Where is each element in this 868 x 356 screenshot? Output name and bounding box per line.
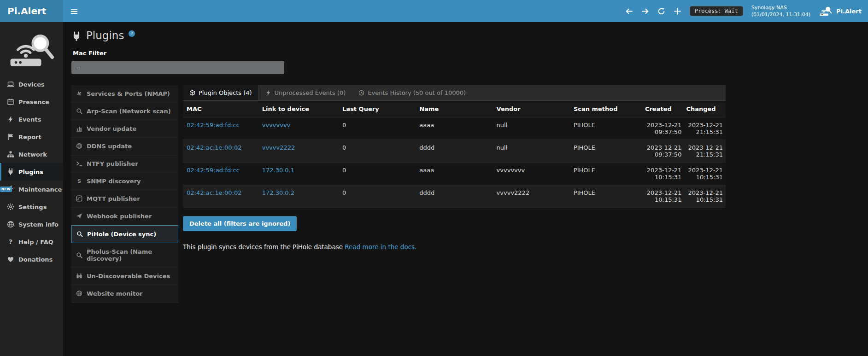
sidebar-menu: Devices Presence Events Report Network P… — [0, 76, 63, 268]
cell-changed: 2023-12-21 21:15:31 — [684, 140, 726, 162]
device-link[interactable]: vvvvvvvv — [262, 122, 291, 128]
cell-changed: 2023-12-21 21:15:31 — [684, 117, 726, 140]
sidebar-item-settings[interactable]: Settings — [0, 198, 63, 216]
globe-icon — [7, 221, 14, 228]
calendar-icon — [7, 98, 14, 105]
plugin-description-text: This plugin syncs devices from the PiHol… — [183, 243, 343, 251]
cube-icon — [189, 90, 195, 96]
sidebar: Devices Presence Events Report Network P… — [0, 22, 63, 356]
page-header: Plugins ? — [71, 29, 859, 42]
tab-unprocessed-events[interactable]: Unprocessed Events (0) — [259, 85, 352, 100]
table-row: 02:42:59:ad:fd:cc 172.30.0.1 0 aaaa vvvv… — [183, 162, 726, 185]
plugin-nav-item-mqtt-publisher[interactable]: MQTT publisher — [71, 190, 178, 208]
plugin-nav-item-ddns-update[interactable]: DDNS update — [71, 138, 178, 155]
topbar-app-identity: Pi.Alert — [819, 5, 862, 17]
sidebar-item-label: Plugins — [18, 169, 43, 175]
tab-label: Unprocessed Events (0) — [275, 89, 346, 96]
sidebar-item-maintenance[interactable]: NEW Maintenance — [0, 181, 63, 198]
plugin-nav-item-arp-scan[interactable]: Arp-Scan (Network scan) — [71, 103, 178, 120]
mac-link[interactable]: 02:42:ac:1e:00:02 — [187, 189, 241, 196]
page-title: Plugins — [86, 29, 124, 42]
cell-created: 2023-12-21 10:15:31 — [643, 185, 685, 207]
mac-link[interactable]: 02:42:59:ad:fd:cc — [187, 122, 240, 128]
pialert-logo — [0, 22, 63, 76]
plugin-nav-label: Webhook publisher — [87, 213, 152, 220]
cell-name: dddd — [416, 185, 493, 207]
plugin-objects-table: MAC Link to device Last Query Name Vendo… — [183, 101, 726, 208]
delete-all-button[interactable]: Delete all (filters are ignored) — [183, 216, 297, 231]
binoculars-icon — [76, 273, 82, 279]
cell-link-to-device: 172.30.0.2 — [258, 185, 339, 207]
plugin-nav-label: DDNS update — [87, 143, 132, 150]
host-timestamp: (01/01/2024, 11:31:04) — [751, 11, 810, 18]
sidebar-item-report[interactable]: Report — [0, 128, 63, 146]
sidebar-item-plugins[interactable]: Plugins — [0, 163, 63, 181]
plugin-nav: Services & Ports (NMAP) Arp-Scan (Networ… — [71, 85, 178, 303]
tab-events-history[interactable]: Events History (50 out of 10000) — [352, 85, 472, 100]
search-icon — [76, 231, 83, 237]
sidebar-item-events[interactable]: Events — [0, 111, 63, 128]
refresh-icon[interactable] — [657, 7, 665, 15]
cell-scan-method: PIHOLE — [570, 185, 643, 207]
device-link[interactable]: 172.30.0.2 — [262, 189, 294, 196]
column-header-name: Name — [416, 101, 493, 117]
move-arrows-icon[interactable] — [674, 7, 681, 15]
plugin-nav-item-snmp-discovery[interactable]: SNMP discovery — [71, 173, 178, 190]
sidebar-item-label: Devices — [18, 81, 45, 88]
cell-scan-method: PIHOLE — [570, 162, 643, 185]
plugin-nav-item-pholus-scan[interactable]: Pholus-Scan (Name discovery) — [71, 243, 178, 268]
hamburger-menu-icon[interactable]: ≡ — [63, 0, 85, 22]
sidebar-item-label: Settings — [18, 204, 47, 210]
plugin-nav-label: SNMP discovery — [87, 178, 141, 185]
plugin-nav-label: NTFY publisher — [87, 160, 138, 167]
sidebar-item-network[interactable]: Network — [0, 146, 63, 163]
plugin-nav-item-pihole[interactable]: PiHole (Device sync) — [71, 225, 178, 243]
sidebar-item-label: Report — [18, 134, 41, 140]
device-link[interactable]: vvvvv2222 — [262, 144, 295, 151]
cell-last-query: 0 — [339, 185, 416, 207]
bolt-icon — [7, 116, 14, 123]
fan-icon — [76, 90, 82, 97]
table-row: 02:42:ac:1e:00:02 172.30.0.2 0 dddd vvvv… — [183, 185, 726, 207]
plugin-nav-item-undiscoverable-devices[interactable]: Un-Discoverable Devices — [71, 268, 178, 285]
back-arrow-icon[interactable] — [625, 7, 633, 15]
sidebar-item-system-info[interactable]: System info — [0, 216, 63, 233]
laptop-icon — [7, 81, 14, 88]
plugin-nav-item-ntfy-publisher[interactable]: NTFY publisher — [71, 155, 178, 173]
sidebar-item-help-faq[interactable]: Help / FAQ — [0, 233, 63, 251]
plugin-panel: Plugin Objects (4) Unprocessed Events (0… — [183, 85, 726, 251]
plugin-nav-item-services-ports[interactable]: Services & Ports (NMAP) — [71, 85, 178, 103]
mac-link[interactable]: 02:42:ac:1e:00:02 — [187, 144, 241, 151]
plugin-nav-label: Arp-Scan (Network scan) — [87, 108, 171, 115]
cell-last-query: 0 — [339, 162, 416, 185]
column-header-changed: Changed — [684, 101, 726, 117]
mac-link[interactable]: 02:42:59:ad:fd:cc — [187, 167, 240, 174]
docs-link[interactable]: Read more in the docs. — [345, 243, 416, 251]
gear-icon — [7, 203, 14, 210]
device-link[interactable]: 172.30.0.1 — [262, 167, 294, 174]
help-badge[interactable]: ? — [129, 30, 135, 37]
mqtt-icon — [76, 195, 82, 202]
cell-vendor: null — [493, 117, 570, 140]
new-badge: NEW — [0, 187, 12, 192]
plugin-nav-label: Website monitor — [87, 290, 143, 297]
plugin-nav-item-webhook-publisher[interactable]: Webhook publisher — [71, 208, 178, 225]
column-header-created: Created — [643, 101, 685, 117]
tab-plugin-objects[interactable]: Plugin Objects (4) — [183, 85, 259, 100]
mac-filter-input[interactable] — [71, 61, 284, 74]
forward-arrow-icon[interactable] — [641, 7, 649, 15]
flag-icon — [7, 133, 14, 140]
cell-changed: 2023-12-21 10:15:31 — [684, 162, 726, 185]
cell-created: 2023-12-21 09:37:50 — [643, 117, 685, 140]
cell-created: 2023-12-21 09:37:50 — [643, 140, 685, 162]
plugin-nav-item-vendor-update[interactable]: Vendor update — [71, 120, 178, 138]
sidebar-item-presence[interactable]: Presence — [0, 93, 63, 111]
pialert-logo-image — [7, 29, 57, 70]
sidebar-item-donations[interactable]: Donations — [0, 251, 63, 268]
brand-link[interactable]: Pi.Alert — [0, 0, 63, 22]
sidebar-item-devices[interactable]: Devices — [0, 76, 63, 93]
plugin-nav-item-website-monitor[interactable]: Website monitor — [71, 285, 178, 303]
sidebar-item-label: Presence — [18, 99, 49, 105]
sidebar-item-label: Help / FAQ — [18, 239, 53, 245]
topbar-right: Process: Wait Synology-NAS (01/01/2024, … — [625, 0, 868, 22]
